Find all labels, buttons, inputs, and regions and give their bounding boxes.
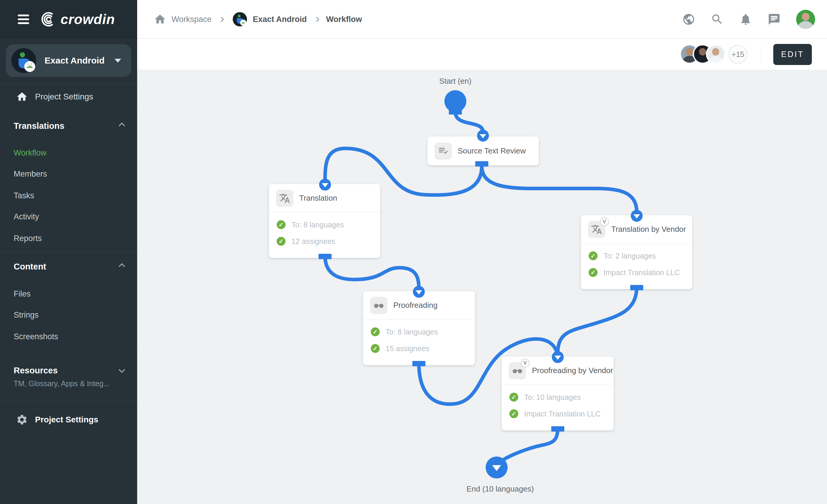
- chevron-right-icon: [314, 17, 319, 22]
- section-translations[interactable]: Translations: [14, 121, 64, 131]
- end-node: [486, 456, 507, 478]
- connector-source-review-to-translation-vendor: [482, 166, 637, 212]
- sidebar-item-workflow[interactable]: Workflow: [14, 148, 47, 158]
- more-members-badge[interactable]: +15: [728, 45, 747, 64]
- top-header: Workspace Exact Android Workflow: [137, 0, 827, 39]
- home-icon: [15, 91, 29, 103]
- project-selector-label: Exact Android: [45, 55, 114, 65]
- connector-translation-to-proofreading: [325, 256, 419, 288]
- chat-icon[interactable]: [768, 13, 781, 26]
- sidebar-header: crowdin: [0, 0, 137, 39]
- step-detail: 15 assignees: [386, 344, 429, 353]
- workflow-step-proofreading-by-vendor[interactable]: V Proofreading by Vendor ✓ To: 10 langua…: [502, 356, 614, 431]
- edit-button[interactable]: EDIT: [773, 44, 812, 65]
- gear-icon: [15, 414, 29, 425]
- chevron-down-icon: [114, 59, 121, 63]
- step-detail: 12 assignees: [292, 237, 335, 246]
- translate-icon: [276, 190, 293, 207]
- check-icon: ✓: [277, 237, 286, 246]
- connector-proofreading-vendor-to-end: [502, 428, 558, 461]
- project-selector[interactable]: Exact Android: [6, 44, 131, 77]
- vendor-badge: V: [600, 217, 609, 226]
- sidebar-item-label: Project Settings: [35, 415, 98, 424]
- connector-start-to-source-review: [455, 112, 483, 132]
- member-avatars: [680, 44, 726, 64]
- search-icon[interactable]: [711, 13, 724, 26]
- step-title: Translation: [299, 194, 337, 203]
- menu-icon[interactable]: [18, 12, 29, 26]
- crowdin-logo-icon: [40, 11, 58, 28]
- workflow-toolbar: +15 EDIT: [137, 39, 827, 70]
- resources-subtitle: TM, Glossary, Apps & Integ...: [14, 379, 109, 388]
- home-icon[interactable]: [154, 13, 166, 26]
- chevron-down-icon[interactable]: [119, 366, 125, 373]
- chevron-right-icon: [218, 17, 224, 22]
- check-icon: ✓: [371, 344, 380, 353]
- sidebar-item-members[interactable]: Members: [14, 169, 47, 179]
- step-detail: To: 8 languages: [292, 220, 344, 229]
- breadcrumb: Workspace Exact Android Workflow: [154, 0, 362, 39]
- section-content[interactable]: Content: [14, 262, 46, 271]
- check-icon: ✓: [589, 251, 597, 260]
- project-avatar: [11, 48, 36, 73]
- end-node-label: End (10 languages): [467, 485, 534, 494]
- sidebar-item-tasks[interactable]: Tasks: [14, 191, 34, 200]
- glasses-icon: [370, 297, 387, 314]
- workflow-step-proofreading[interactable]: Proofreading ✓ To: 8 languages ✓ 15 assi…: [363, 291, 475, 365]
- step-title: Proofreading by Vendor: [532, 366, 613, 375]
- chevron-up-icon[interactable]: [119, 263, 125, 269]
- playlist-check-icon: [435, 143, 452, 160]
- step-detail: To: 8 languages: [386, 328, 438, 336]
- step-detail-row: ✓ To: 10 languages: [509, 393, 606, 402]
- step-detail-row: ✓ Impact Translation LLC: [589, 268, 684, 277]
- check-icon: ✓: [589, 268, 597, 277]
- section-resources[interactable]: Resources: [14, 366, 58, 375]
- step-detail-row: ✓ Impact Translation LLC: [509, 409, 606, 418]
- workflow-step-source-text-review[interactable]: Source Text Review: [428, 137, 539, 165]
- breadcrumb-project[interactable]: Exact Android: [253, 15, 307, 24]
- sidebar-item-activity[interactable]: Activity: [14, 212, 39, 221]
- breadcrumb-page: Workflow: [326, 15, 362, 24]
- step-detail-row: ✓ To: 8 languages: [277, 220, 373, 229]
- bell-icon[interactable]: [739, 13, 752, 26]
- chevron-up-icon[interactable]: [119, 122, 125, 129]
- step-title: Translation by Vendor: [611, 225, 686, 234]
- breadcrumb-workspace[interactable]: Workspace: [172, 15, 212, 24]
- sidebar: crowdin Exact Android Project Settings: [0, 0, 137, 504]
- project-avatar[interactable]: [233, 12, 247, 27]
- sidebar-item-reports[interactable]: Reports: [14, 234, 42, 243]
- sidebar-divider: [0, 401, 137, 401]
- workflow-step-translation-by-vendor[interactable]: V Translation by Vendor ✓ To: 2 language…: [581, 215, 692, 289]
- check-icon: ✓: [509, 409, 518, 418]
- user-avatar[interactable]: [796, 10, 815, 29]
- sidebar-item-screenshots[interactable]: Screenshots: [14, 332, 58, 341]
- sidebar-item-strings[interactable]: Strings: [14, 310, 39, 320]
- sidebar-divider: [0, 110, 137, 110]
- step-title: Source Text Review: [458, 146, 526, 156]
- vendor-badge: V: [521, 359, 530, 367]
- sidebar-divider: [0, 350, 137, 350]
- sidebar-item-files[interactable]: Files: [14, 289, 31, 299]
- check-icon: ✓: [277, 220, 286, 229]
- toolbar-divider: [761, 45, 761, 63]
- header-actions: [682, 0, 815, 39]
- sidebar-item-project-home[interactable]: Project Settings: [0, 89, 137, 104]
- member-avatar[interactable]: [706, 44, 726, 64]
- sidebar-item-project-settings[interactable]: Project Settings: [0, 412, 137, 427]
- connector-translation-vendor-to-proofreading-vendor: [558, 287, 637, 353]
- step-detail-row: ✓ 12 assignees: [277, 237, 373, 246]
- workflow-step-translation[interactable]: Translation ✓ To: 8 languages ✓ 12 assig…: [269, 184, 380, 258]
- start-node-label: Start (en): [439, 77, 471, 86]
- sidebar-divider: [0, 252, 137, 252]
- crowdin-wordmark: crowdin: [60, 11, 115, 27]
- step-detail-row: ✓ To: 2 languages: [589, 251, 684, 260]
- sidebar-item-label: Project Settings: [35, 92, 93, 102]
- step-detail: To: 2 languages: [603, 252, 656, 260]
- crowdin-logo[interactable]: crowdin: [40, 11, 115, 28]
- check-icon: ✓: [371, 327, 380, 336]
- step-detail: Impact Translation LLC: [524, 410, 600, 418]
- start-node: [444, 90, 466, 112]
- step-detail: Impact Translation LLC: [603, 268, 680, 277]
- step-detail: To: 10 languages: [524, 393, 581, 402]
- globe-icon[interactable]: [682, 13, 695, 26]
